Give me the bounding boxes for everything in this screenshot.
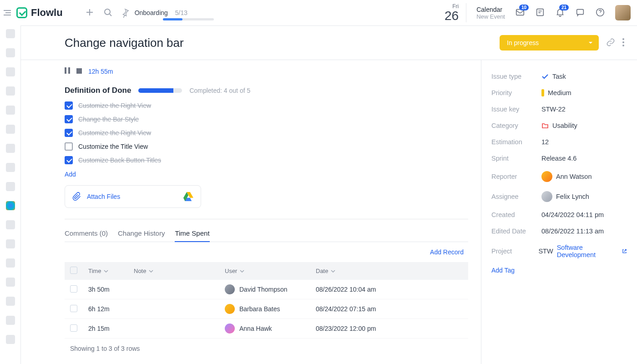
- inbox-icon[interactable]: 10: [515, 7, 525, 19]
- calendar-widget[interactable]: Calendar New Event: [476, 6, 505, 20]
- svg-rect-3: [577, 9, 584, 14]
- svg-rect-9: [68, 67, 70, 74]
- inbox-badge: 10: [519, 5, 529, 10]
- rail-icon[interactable]: [6, 278, 15, 287]
- cell-date: 08/26/2022 10:04 am: [310, 280, 468, 299]
- select-all-checkbox[interactable]: [70, 267, 77, 274]
- add-icon[interactable]: [86, 8, 94, 18]
- rail-icon[interactable]: [6, 48, 15, 57]
- menu-toggle[interactable]: [0, 10, 15, 15]
- project-prefix: STW: [538, 248, 553, 255]
- rail-icon[interactable]: [6, 67, 15, 76]
- rail-icon[interactable]: [6, 316, 15, 325]
- chat-icon[interactable]: [575, 7, 585, 19]
- rail-icon[interactable]: [6, 106, 15, 115]
- link-icon[interactable]: [606, 38, 615, 48]
- edited-value: 08/26/2022 11:13 am: [541, 228, 604, 235]
- svg-rect-10: [76, 68, 82, 74]
- col-date[interactable]: Date: [316, 268, 328, 274]
- checkbox[interactable]: [65, 115, 73, 123]
- checklist-label: Customize the Right View: [78, 102, 151, 109]
- table-row[interactable]: 3h 50m David Thompson 08/26/2022 10:04 a…: [65, 280, 468, 299]
- checkbox[interactable]: [65, 142, 73, 151]
- user-avatar[interactable]: [615, 5, 631, 20]
- rail-icon[interactable]: [6, 144, 15, 153]
- cell-time: 3h 50m: [83, 280, 128, 299]
- rail-icon[interactable]: [6, 86, 15, 96]
- rail-icon[interactable]: [6, 182, 15, 191]
- rail-icon[interactable]: [6, 239, 15, 248]
- avatar: [225, 284, 235, 294]
- prop-label: Created: [491, 211, 541, 218]
- svg-rect-2: [537, 9, 544, 15]
- brand-name: Flowlu: [31, 7, 63, 19]
- rail-icon[interactable]: [6, 335, 15, 344]
- checklist-item[interactable]: Customize the Right View: [65, 101, 468, 110]
- checklist-label: Customize Back Button Titles: [78, 157, 161, 164]
- checkbox[interactable]: [65, 129, 73, 137]
- attach-label: Attach Files: [87, 193, 120, 200]
- bell-icon[interactable]: 21: [555, 7, 565, 19]
- external-link-icon[interactable]: [622, 248, 627, 254]
- tab-history[interactable]: Change History: [118, 225, 165, 242]
- status-dropdown[interactable]: In progress: [500, 35, 599, 51]
- add-tag-link[interactable]: Add Tag: [491, 267, 515, 274]
- checklist-item[interactable]: Customize Back Button Titles: [65, 156, 468, 164]
- pagination-info: Showing 1 to 3 of 3 rows: [65, 339, 468, 359]
- row-checkbox[interactable]: [70, 324, 77, 332]
- dod-count: Completed: 4 out of 5: [189, 87, 250, 94]
- stop-icon[interactable]: [76, 68, 82, 75]
- paperclip-icon: [72, 192, 81, 201]
- cell-date: 08/24/2022 07:15 am: [310, 299, 468, 319]
- add-record-link[interactable]: Add Record: [430, 248, 464, 256]
- row-checkbox[interactable]: [70, 285, 77, 293]
- row-checkbox[interactable]: [70, 305, 77, 312]
- prop-label: Priority: [491, 89, 541, 96]
- notes-icon[interactable]: [535, 7, 545, 19]
- rail-icon[interactable]: [6, 220, 15, 229]
- assignee-value[interactable]: Felix Lynch: [556, 193, 589, 200]
- category-value[interactable]: Usability: [552, 122, 577, 129]
- dod-title: Definition of Done: [65, 86, 131, 95]
- more-icon[interactable]: [622, 38, 624, 48]
- checklist-label: Change the Bar Style: [78, 116, 139, 123]
- gdrive-icon[interactable]: [183, 192, 193, 201]
- priority-value[interactable]: Medium: [548, 89, 571, 96]
- rail-icon[interactable]: [6, 29, 15, 38]
- reporter-value[interactable]: Ann Watson: [556, 173, 592, 180]
- estimation-value[interactable]: 12: [541, 138, 549, 146]
- help-icon[interactable]: [595, 7, 605, 19]
- checklist-item[interactable]: Customize the Right View: [65, 129, 468, 137]
- col-time[interactable]: Time: [88, 268, 101, 274]
- brand-logo[interactable]: Flowlu: [16, 7, 63, 19]
- priority-icon: [541, 89, 544, 96]
- table-row[interactable]: 2h 15m Anna Hawk 08/23/2022 12:00 pm: [65, 319, 468, 339]
- logo-icon: [16, 7, 27, 18]
- col-user[interactable]: User: [225, 268, 237, 274]
- prop-label: Issue type: [491, 73, 541, 80]
- rail-icon[interactable]: [6, 125, 15, 134]
- tab-comments[interactable]: Comments (0): [65, 225, 108, 242]
- project-link[interactable]: Software Development: [557, 244, 618, 258]
- search-icon[interactable]: [104, 8, 112, 18]
- day-number: 26: [445, 10, 459, 22]
- date-widget[interactable]: Fri 26: [445, 3, 466, 22]
- sprint-value[interactable]: Release 4.6: [541, 155, 576, 162]
- attach-card[interactable]: Attach Files: [65, 185, 201, 208]
- add-checklist-item[interactable]: Add: [65, 171, 76, 178]
- issue-type-value[interactable]: Task: [552, 73, 566, 80]
- checkbox[interactable]: [65, 101, 73, 110]
- rail-icon[interactable]: [6, 258, 15, 268]
- pause-icon[interactable]: [65, 67, 70, 75]
- table-row[interactable]: 6h 12m Barbara Bates 08/24/2022 07:15 am: [65, 299, 468, 319]
- rail-icon[interactable]: [6, 163, 15, 172]
- checkbox[interactable]: [65, 156, 73, 164]
- rail-icon-active[interactable]: [6, 201, 15, 210]
- checklist-item[interactable]: Change the Bar Style: [65, 115, 468, 123]
- tab-time-spent[interactable]: Time Spent: [175, 225, 209, 242]
- col-note[interactable]: Note: [134, 268, 146, 274]
- rail-icon[interactable]: [6, 297, 15, 306]
- checklist-item[interactable]: Customize the Title View: [65, 142, 468, 151]
- pinned-task[interactable]: Onboarding 5/13: [120, 8, 187, 18]
- pin-icon: [120, 8, 130, 18]
